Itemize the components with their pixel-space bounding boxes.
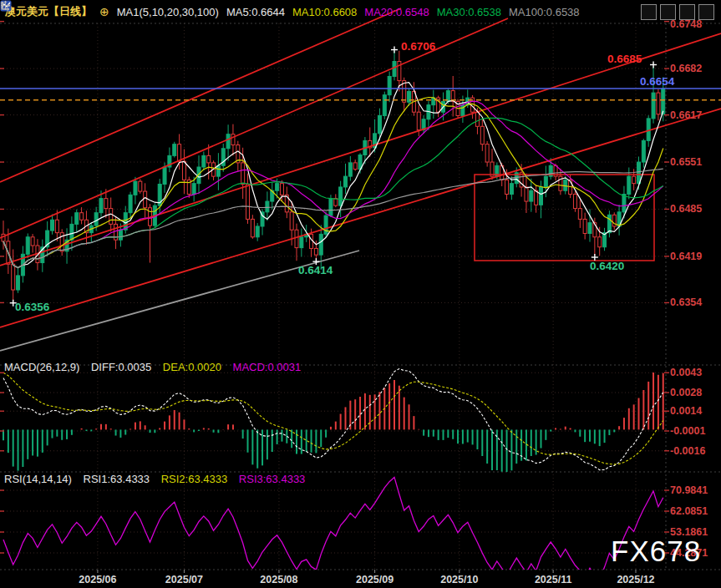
svg-text:0.6682: 0.6682 bbox=[670, 63, 702, 74]
expand-icon[interactable]: ⊕ bbox=[99, 5, 109, 18]
month-labels-layer: 2025/062025/072025/082025/092025/102025/… bbox=[79, 570, 654, 585]
svg-text:53.1861: 53.1861 bbox=[670, 526, 708, 538]
rsi-pane bbox=[3, 477, 663, 580]
svg-text:-0.0001: -0.0001 bbox=[670, 425, 705, 437]
svg-text:2025/06: 2025/06 bbox=[79, 574, 116, 585]
svg-text:0.6685: 0.6685 bbox=[607, 53, 642, 65]
macd-dea-line bbox=[3, 373, 663, 464]
ma30-line bbox=[3, 118, 663, 267]
pan-right-button[interactable] bbox=[698, 4, 714, 20]
chart-canvas[interactable]: 0.67480.66820.66170.65510.64850.64190.63… bbox=[0, 0, 721, 588]
ma10-value: MA10:0.6608 bbox=[292, 6, 357, 18]
svg-text:0.6654: 0.6654 bbox=[640, 75, 675, 88]
svg-text:0.6706: 0.6706 bbox=[401, 40, 436, 53]
svg-text:0.6617: 0.6617 bbox=[670, 109, 702, 121]
axis-scale-up-button[interactable] bbox=[660, 4, 676, 20]
ma100-value: MA100:0.6538 bbox=[509, 6, 580, 18]
svg-text:0.0043: 0.0043 bbox=[670, 367, 702, 378]
svg-text:62.0851: 62.0851 bbox=[670, 505, 708, 517]
svg-text:0.0014: 0.0014 bbox=[670, 405, 702, 417]
chart-app-window: 0.67480.66820.66170.65510.64850.64190.63… bbox=[0, 0, 721, 588]
ma-settings-label: MA1(5,10,20,30,100) bbox=[117, 6, 219, 18]
svg-text:0.0028: 0.0028 bbox=[670, 387, 702, 398]
svg-text:0.6354: 0.6354 bbox=[670, 297, 702, 308]
svg-text:0.6485: 0.6485 bbox=[670, 203, 702, 215]
svg-text:-0.0016: -0.0016 bbox=[670, 445, 705, 457]
macd-diff-line bbox=[3, 369, 663, 470]
svg-text:0.6551: 0.6551 bbox=[670, 156, 702, 168]
chart-toolbar bbox=[641, 4, 714, 20]
move-tool-button[interactable] bbox=[641, 4, 657, 20]
price-lines-layer bbox=[0, 89, 721, 100]
svg-text:0.6419: 0.6419 bbox=[670, 251, 702, 262]
svg-text:2025/10: 2025/10 bbox=[440, 574, 478, 585]
grid-layer bbox=[0, 23, 721, 570]
svg-text:2025/09: 2025/09 bbox=[356, 574, 394, 585]
svg-text:70.9841: 70.9841 bbox=[670, 484, 708, 496]
svg-text:0.6356: 0.6356 bbox=[15, 301, 50, 313]
svg-text:2025/12: 2025/12 bbox=[617, 574, 654, 585]
svg-text:44.2871: 44.2871 bbox=[670, 547, 708, 559]
ma20-value: MA20:0.6548 bbox=[364, 6, 429, 18]
svg-text:2025/11: 2025/11 bbox=[535, 574, 572, 585]
macd-pane bbox=[3, 369, 663, 474]
ma5-value: MA5:0.6644 bbox=[226, 6, 285, 18]
svg-text:0.6414: 0.6414 bbox=[298, 264, 333, 276]
svg-text:0.6420: 0.6420 bbox=[590, 260, 624, 272]
ma30-value: MA30:0.6538 bbox=[437, 6, 501, 18]
svg-text:2025/08: 2025/08 bbox=[260, 574, 297, 585]
bar-right-arrow-icon bbox=[0, 0, 11, 11]
svg-text:2025/07: 2025/07 bbox=[165, 574, 203, 585]
axis-scale-right-button[interactable] bbox=[679, 4, 695, 20]
symbol-title: 澳元美元【日线】 bbox=[5, 4, 92, 19]
chart-header: 澳元美元【日线】 ⊕ MA1(5,10,20,30,100) MA5:0.664… bbox=[0, 0, 721, 23]
rsi-line bbox=[3, 477, 663, 580]
